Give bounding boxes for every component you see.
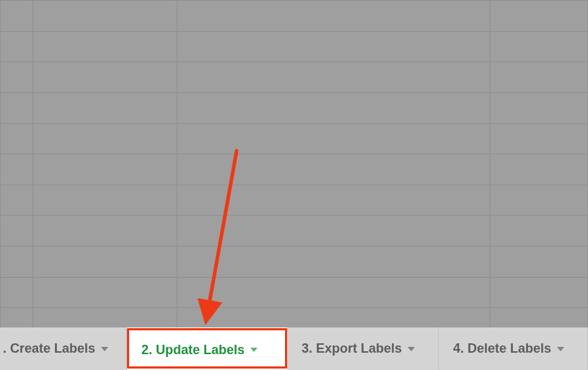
cell[interactable] (491, 185, 588, 216)
tab-label: . Create Labels (3, 341, 95, 356)
tab-label: 4. Delete Labels (453, 341, 551, 356)
cell[interactable] (32, 62, 177, 93)
cell[interactable] (491, 247, 588, 278)
cell[interactable] (177, 154, 490, 185)
sheet-tab-bar: . Create Labels 2. Update Labels 3. Expo… (0, 327, 588, 370)
table-row (1, 277, 588, 308)
cell[interactable] (1, 247, 33, 278)
tab-create-labels[interactable]: . Create Labels (0, 327, 127, 370)
cell[interactable] (32, 1, 177, 32)
cell[interactable] (1, 277, 33, 308)
cell[interactable] (32, 277, 177, 308)
table-row (1, 1, 588, 32)
cell[interactable] (32, 123, 177, 154)
spreadsheet-grid[interactable] (0, 0, 588, 339)
cell[interactable] (491, 123, 588, 154)
chevron-down-icon (408, 347, 415, 351)
cell[interactable] (491, 277, 588, 308)
cell[interactable] (177, 185, 490, 216)
table-row (1, 247, 588, 278)
tab-delete-labels[interactable]: 4. Delete Labels (439, 327, 588, 370)
table-row (1, 185, 588, 216)
cell[interactable] (1, 92, 33, 123)
cell[interactable] (32, 154, 177, 185)
cell[interactable] (1, 1, 33, 32)
table-row (1, 31, 588, 62)
cell[interactable] (32, 247, 177, 278)
tab-label: 2. Update Labels (141, 343, 245, 358)
cell[interactable] (32, 92, 177, 123)
cell[interactable] (491, 31, 588, 62)
chevron-down-icon (250, 348, 258, 352)
cell[interactable] (1, 62, 33, 93)
cell[interactable] (177, 31, 490, 62)
cell[interactable] (491, 216, 588, 247)
cell[interactable] (177, 216, 490, 247)
cell[interactable] (1, 154, 33, 185)
tab-label: 3. Export Labels (302, 341, 402, 356)
cell[interactable] (1, 123, 33, 154)
table-row (1, 123, 588, 154)
cell[interactable] (32, 31, 177, 62)
cell[interactable] (177, 247, 490, 278)
cell[interactable] (177, 62, 490, 93)
cell[interactable] (1, 185, 33, 216)
cell[interactable] (491, 92, 588, 123)
tab-update-labels[interactable]: 2. Update Labels (127, 327, 287, 370)
cell[interactable] (177, 123, 490, 154)
cell[interactable] (32, 216, 177, 247)
chevron-down-icon (557, 347, 564, 351)
cell[interactable] (1, 216, 33, 247)
cell[interactable] (177, 277, 490, 308)
table-row (1, 216, 588, 247)
cell[interactable] (491, 1, 588, 32)
cell[interactable] (491, 62, 588, 93)
chevron-down-icon (101, 347, 108, 351)
table-row (1, 62, 588, 93)
cell[interactable] (32, 185, 177, 216)
table-row (1, 92, 588, 123)
grid-table (0, 0, 588, 339)
cell[interactable] (177, 92, 490, 123)
cell[interactable] (177, 1, 490, 32)
cell[interactable] (1, 31, 33, 62)
tab-export-labels[interactable]: 3. Export Labels (287, 327, 439, 370)
cell[interactable] (491, 154, 588, 185)
table-row (1, 154, 588, 185)
